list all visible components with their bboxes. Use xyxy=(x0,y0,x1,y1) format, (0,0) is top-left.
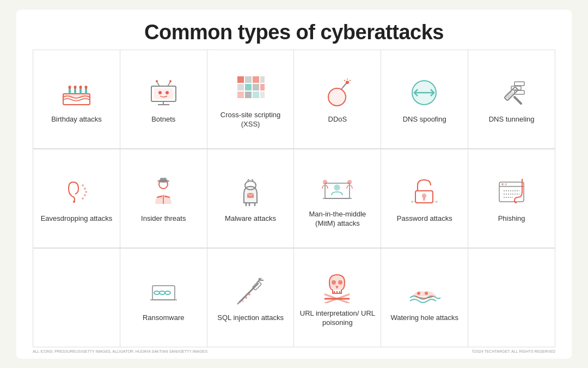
svg-line-12 xyxy=(157,82,160,86)
ddos-label: DDoS xyxy=(328,115,347,124)
svg-point-51 xyxy=(84,194,86,196)
page-title: Common types of cyberattacks xyxy=(33,21,555,44)
svg-point-15 xyxy=(169,80,171,82)
copyright-text: ©2024 TECHTARGET. ALL RIGHTS RESERVED xyxy=(472,349,555,353)
svg-point-79 xyxy=(505,183,507,185)
dns-spoofing-label: DNS spoofing xyxy=(403,115,446,124)
grid-row-1: Birthday attacks xyxy=(33,50,555,149)
svg-rect-20 xyxy=(237,76,244,83)
xss-icon xyxy=(231,69,270,107)
svg-point-95 xyxy=(242,300,244,302)
mitm-label: Man-in-the-middle (MitM) attacks xyxy=(298,210,376,228)
phishing-label: Phishing xyxy=(498,214,525,224)
svg-point-34 xyxy=(346,81,349,84)
svg-point-109 xyxy=(425,292,428,295)
cell-botnets: Botnets xyxy=(120,50,207,149)
cell-empty-2 xyxy=(468,249,555,347)
malware-icon xyxy=(231,173,270,211)
svg-rect-44 xyxy=(514,82,524,86)
ransomware-icon xyxy=(144,272,182,310)
svg-rect-11 xyxy=(154,88,173,99)
svg-point-48 xyxy=(82,184,84,186)
svg-rect-2 xyxy=(69,88,71,94)
svg-point-85 xyxy=(154,291,160,294)
svg-rect-83 xyxy=(152,286,175,300)
svg-point-47 xyxy=(73,201,75,203)
svg-point-7 xyxy=(74,86,76,89)
svg-point-94 xyxy=(245,297,247,299)
url-interpretation-label: URL interpretation/ URL poisoning xyxy=(298,309,376,328)
cell-password-attacks: Password attacks xyxy=(381,149,468,248)
dns-tunneling-icon xyxy=(493,74,531,112)
svg-line-90 xyxy=(240,283,258,302)
svg-rect-27 xyxy=(260,84,265,91)
cell-eavesdropping: Eavesdropping attacks xyxy=(33,149,120,248)
cell-malware: Malware attacks xyxy=(207,149,295,248)
svg-rect-55 xyxy=(160,178,167,182)
cell-birthday-attacks: Birthday attacks xyxy=(33,50,120,149)
svg-point-101 xyxy=(338,280,342,285)
ddos-icon xyxy=(318,74,357,112)
svg-point-17 xyxy=(166,91,169,94)
svg-line-36 xyxy=(350,80,351,81)
svg-line-13 xyxy=(168,82,170,86)
dns-tunneling-label: DNS tunneling xyxy=(489,115,535,124)
cell-ransomware: Ransomware xyxy=(120,249,207,347)
svg-point-68 xyxy=(347,180,352,184)
svg-line-37 xyxy=(344,80,345,81)
svg-rect-22 xyxy=(253,76,259,83)
watering-hole-icon xyxy=(406,272,444,310)
svg-line-43 xyxy=(514,97,521,104)
svg-point-8 xyxy=(79,86,82,89)
malware-label: Malware attacks xyxy=(225,214,276,224)
svg-rect-29 xyxy=(245,92,252,98)
svg-point-108 xyxy=(417,292,420,295)
card: Common types of cyberattacks xyxy=(16,10,572,359)
watering-hole-label: Watering hole attacks xyxy=(390,313,458,323)
svg-point-72 xyxy=(411,201,413,203)
botnets-label: Botnets xyxy=(151,115,175,124)
svg-point-78 xyxy=(501,183,504,185)
svg-point-16 xyxy=(158,91,162,94)
svg-rect-71 xyxy=(423,197,425,201)
svg-point-93 xyxy=(248,293,250,295)
ransomware-label: Ransomware xyxy=(143,313,185,323)
grid-row-2: Eavesdropping attacks xyxy=(33,149,555,248)
cell-dns-tunneling: DNS tunneling xyxy=(468,50,555,149)
svg-point-14 xyxy=(156,80,158,82)
sql-injection-icon xyxy=(231,272,270,310)
mitm-icon xyxy=(318,168,357,207)
cell-xss: Cross-site scripting (XSS) xyxy=(207,50,295,149)
svg-point-100 xyxy=(332,280,336,285)
svg-point-73 xyxy=(436,201,438,203)
url-interpretation-icon xyxy=(318,268,357,306)
svg-rect-21 xyxy=(245,76,252,83)
sql-injection-label: SQL injection attacks xyxy=(217,313,284,323)
svg-rect-4 xyxy=(79,88,82,94)
cell-empty-1 xyxy=(33,249,120,347)
svg-point-70 xyxy=(422,194,426,198)
cell-mitm: Man-in-the-middle (MitM) attacks xyxy=(294,149,381,248)
svg-point-49 xyxy=(84,188,86,190)
cell-insider-threats: Insider threats xyxy=(120,149,207,248)
birthday-attacks-icon xyxy=(57,74,95,112)
credits-text: ALL ICONS: PRESSUREUS/GETTY IMAGES, ALLI… xyxy=(33,349,207,353)
svg-point-33 xyxy=(328,88,346,106)
phishing-icon xyxy=(493,173,531,211)
svg-rect-31 xyxy=(260,92,265,98)
cell-url-interpretation: URL interpretation/ URL poisoning xyxy=(294,249,381,347)
insider-threats-label: Insider threats xyxy=(141,214,186,224)
svg-rect-30 xyxy=(253,92,259,98)
cell-ddos: DDoS xyxy=(294,50,381,149)
svg-point-52 xyxy=(82,197,84,200)
svg-point-87 xyxy=(165,291,170,294)
birthday-attacks-label: Birthday attacks xyxy=(51,115,102,124)
cell-dns-spoofing: DNS spoofing xyxy=(381,50,468,149)
insider-threats-icon xyxy=(144,173,182,211)
eavesdropping-label: Eavesdropping attacks xyxy=(41,214,113,224)
svg-point-67 xyxy=(323,180,327,184)
svg-rect-26 xyxy=(253,84,259,91)
eavesdropping-icon xyxy=(57,173,95,211)
svg-rect-28 xyxy=(237,92,244,98)
botnets-icon xyxy=(144,74,182,112)
